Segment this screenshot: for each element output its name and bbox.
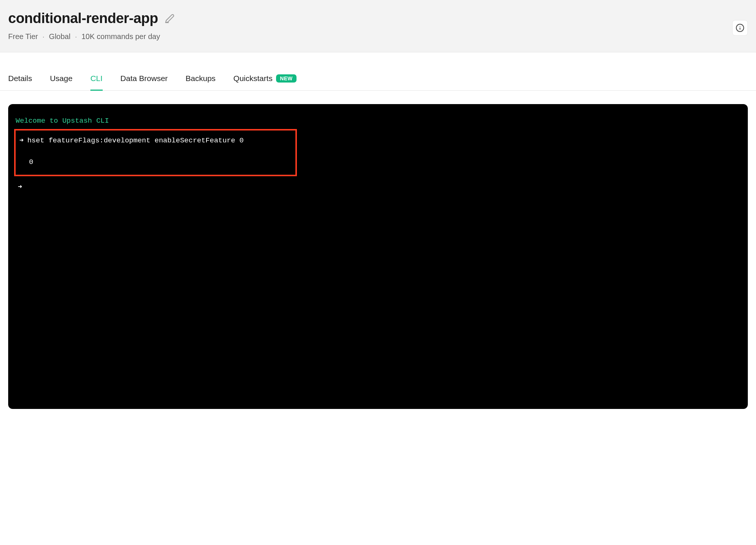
meta-region: Global bbox=[49, 32, 71, 41]
tab-usage[interactable]: Usage bbox=[50, 70, 73, 91]
tab-data-browser[interactable]: Data Browser bbox=[121, 70, 168, 91]
tab-backups[interactable]: Backups bbox=[186, 70, 216, 91]
meta-limit: 10K commands per day bbox=[81, 32, 160, 41]
tab-details[interactable]: Details bbox=[8, 70, 32, 91]
prompt-arrow-icon: ➜ bbox=[19, 135, 23, 146]
tabs-row: Details Usage CLI Data Browser Backups Q… bbox=[0, 70, 756, 91]
command-text: hset featureFlags:development enableSecr… bbox=[27, 135, 244, 146]
prompt-arrow-icon: ➜ bbox=[18, 183, 22, 191]
tab-label: Usage bbox=[50, 74, 73, 83]
edit-icon[interactable] bbox=[165, 14, 174, 23]
command-line: ➜ hset featureFlags:development enableSe… bbox=[19, 135, 292, 146]
new-badge: NEW bbox=[276, 74, 296, 83]
cli-terminal[interactable]: Welcome to Upstash CLI ➜ hset featureFla… bbox=[8, 104, 748, 409]
meta-separator: · bbox=[42, 32, 45, 41]
tab-quickstarts[interactable]: Quickstarts NEW bbox=[233, 70, 296, 91]
tab-label: Quickstarts bbox=[233, 74, 272, 83]
prompt-line[interactable]: ➜ bbox=[14, 181, 742, 193]
title-row: conditional-render-app bbox=[8, 10, 748, 26]
tab-cli[interactable]: CLI bbox=[90, 70, 103, 91]
tab-label: Data Browser bbox=[121, 74, 168, 83]
page-header: conditional-render-app Free Tier · Globa… bbox=[0, 0, 756, 52]
meta-separator: · bbox=[75, 32, 77, 41]
terminal-welcome: Welcome to Upstash CLI bbox=[14, 115, 742, 127]
tab-label: Details bbox=[8, 74, 32, 83]
info-button[interactable] bbox=[732, 20, 748, 36]
meta-tier: Free Tier bbox=[8, 32, 38, 41]
command-output: 0 bbox=[19, 157, 292, 168]
meta-row: Free Tier · Global · 10K commands per da… bbox=[8, 32, 748, 41]
tab-label: CLI bbox=[90, 74, 103, 83]
tab-label: Backups bbox=[186, 74, 216, 83]
highlight-annotation: ➜ hset featureFlags:development enableSe… bbox=[14, 129, 297, 176]
page-title: conditional-render-app bbox=[8, 10, 158, 26]
